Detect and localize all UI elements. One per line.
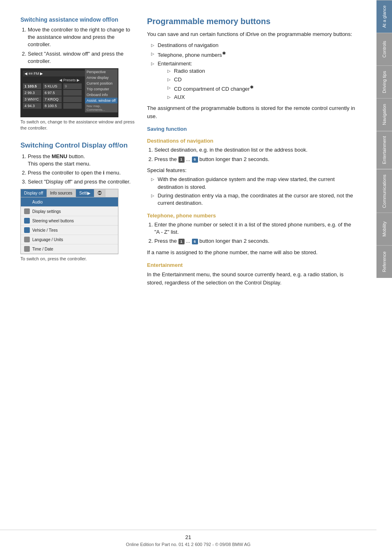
assignment-note: The assignment of the programmable butto… — [147, 104, 356, 120]
footer-text: Online Edition for Part no. 01 41 2 600 … — [0, 542, 376, 547]
audio-icon — [24, 199, 30, 205]
step-item: Move the controller to the right to chan… — [28, 26, 135, 49]
radio-cell: 4 94.3 — [23, 103, 41, 109]
bullet-entertainment: Entertainment: Radio station CD CD compa… — [151, 60, 356, 101]
sidebar-tab-entertainment[interactable]: Entertainment — [376, 131, 392, 169]
display-top-bar: Display off Info sources Setti▶ ⓵ — [21, 189, 118, 197]
language-units-menu-item: Language / Units — [21, 235, 118, 244]
telephone-note: If a name is assigned to the phone numbe… — [147, 248, 356, 257]
dest-step-1: Select destination, e.g. in the destinat… — [154, 146, 356, 154]
radio-cell: 7 KROQ — [43, 96, 61, 102]
dest-step-2: Press the 1 ... 6 button longer than 2 s… — [154, 156, 356, 163]
entertainment-heading: Entertainment — [147, 262, 356, 268]
saving-function-heading: Saving function — [147, 126, 356, 132]
switching-display-steps: Press the MENU button.This opens the sta… — [20, 153, 135, 186]
vehicle-tires-icon — [24, 227, 30, 233]
telephone-heading: Telephone, phone numbers — [147, 213, 356, 219]
radio-cell: 6 97.5 — [43, 90, 61, 96]
radio-stations: 1 103.5 5 KLUS 9 2 99.3 6 97.5 — [23, 83, 82, 109]
radio-cell — [63, 90, 82, 96]
bullet-destinations: Destinations of navigation — [151, 42, 356, 49]
radio-cell — [63, 103, 82, 109]
page-footer: 21 Online Edition for Part no. 01 41 2 6… — [0, 530, 376, 547]
sidebar-tab-mobility[interactable]: Mobility — [376, 213, 392, 245]
switching-assistance-heading: Switching assistance window off/on — [20, 16, 135, 23]
page-number: 21 — [0, 534, 376, 540]
vehicle-tires-menu-item: Vehicle / Tires — [21, 226, 118, 235]
sidebar-tabs: At a glance Controls Driving tips Naviga… — [376, 0, 392, 555]
tel-step-1: Enter the phone number or select it in a… — [154, 221, 356, 236]
switching-display-caption: To switch on, press the controller. — [20, 256, 135, 262]
radio-cell: 2 99.3 — [23, 90, 41, 96]
switching-assistance-steps: Move the controller to the right to chan… — [20, 26, 135, 65]
radio-context-menu: Perspective Arrow display Current positi… — [85, 69, 118, 112]
programmable-bullet-list: Destinations of navigation Telephone, ph… — [147, 42, 356, 101]
right-column: Programmable memory buttons You can save… — [147, 16, 356, 530]
destinations-nav-steps: Select destination, e.g. in the destinat… — [147, 146, 356, 163]
sidebar-tab-reference[interactable]: Reference — [376, 245, 392, 278]
tel-step-2: Press the 1 ... 6 button longer than 2 s… — [154, 237, 356, 245]
destinations-nav-heading: Destinations of navigation — [147, 138, 356, 144]
sidebar-tab-communications[interactable]: Communications — [376, 169, 392, 213]
radio-cell: 3 WNYC — [23, 96, 41, 102]
button-6: 6 — [192, 157, 198, 163]
programmable-intro: You can save and run certain functions o… — [147, 30, 356, 38]
audio-menu-item: Audio — [21, 197, 118, 207]
switching-display-heading: Switching Control Display off/on — [20, 141, 135, 150]
button-6-tel: 6 — [192, 239, 198, 245]
display-settings-menu-item: Display settings — [21, 207, 118, 216]
steering-wheel-icon — [24, 218, 30, 224]
sidebar-tab-controls[interactable]: Controls — [376, 33, 392, 65]
radio-screen-image: ◀ ≡≡ FM ▶ ● ◀ Presets ▶ 1 103.5 5 KLUS 9 — [20, 68, 118, 117]
step-item: Select "Display off" and press the contr… — [28, 178, 135, 186]
telephone-steps: Enter the phone number or select it in a… — [147, 221, 356, 245]
radio-cell — [63, 96, 82, 102]
language-units-icon — [24, 237, 30, 242]
bullet-telephone: Telephone, phone numbers✱ — [151, 50, 356, 59]
info-sources-tab: Info sources — [47, 189, 76, 197]
button-1: 1 — [178, 157, 185, 163]
radio-cell: 1 103.5 — [23, 83, 41, 89]
radio-cell: 9 — [63, 83, 82, 89]
switching-assistance-caption: To switch on, change to the assistance w… — [20, 119, 135, 132]
entertainment-text: In the Entertainment menu, the sound sou… — [147, 271, 356, 286]
special-item-1: With the destination guidance system and… — [151, 176, 356, 190]
time-date-menu-item: Time / Date — [21, 244, 118, 254]
setti-tab: Setti▶ — [76, 189, 94, 197]
radio-cell: 8 100.5 — [43, 103, 61, 109]
display-screen-image: Display off Info sources Setti▶ ⓵ Audio … — [20, 189, 118, 254]
special-features-label: Special features: — [147, 166, 356, 175]
steering-wheel-menu-item: Steering wheel buttons — [21, 216, 118, 226]
step-item: Press the MENU button.This opens the sta… — [28, 153, 135, 168]
button-1-tel: 1 — [178, 239, 185, 245]
step-item: Select "Assist. window off" and press th… — [28, 50, 135, 65]
extra-tab: ⓵ — [94, 189, 105, 197]
left-column: Switching assistance window off/on Move … — [20, 16, 135, 530]
sidebar-tab-driving-tips[interactable]: Driving tips — [376, 65, 392, 98]
sidebar-tab-at-glance[interactable]: At a glance — [376, 0, 392, 33]
sub-bullet-aux: AUX — [167, 94, 356, 101]
sub-bullet-cd-changer: CD compartment of CD changer✱ — [167, 84, 356, 93]
radio-cell: 5 KLUS — [43, 83, 61, 89]
time-date-icon — [24, 246, 30, 252]
special-item-2: During destination entry via a map, the … — [151, 192, 356, 207]
section-switching-display: Switching Control Display off/on Press t… — [20, 141, 135, 262]
sub-bullet-cd: CD — [167, 76, 356, 83]
sub-bullet-radio: Radio station — [167, 67, 356, 75]
sidebar-tab-navigation[interactable]: Navigation — [376, 98, 392, 131]
special-features-list: With the destination guidance system and… — [147, 176, 356, 207]
display-settings-icon — [24, 208, 30, 214]
display-off-tab: Display off — [21, 189, 47, 197]
entertainment-sub-list: Radio station CD CD compartment of CD ch… — [158, 67, 356, 101]
section-switching-assistance: Switching assistance window off/on Move … — [20, 16, 135, 132]
step-item: Press the controller to open the i menu. — [28, 169, 135, 177]
programmable-memory-heading: Programmable memory buttons — [147, 16, 356, 26]
